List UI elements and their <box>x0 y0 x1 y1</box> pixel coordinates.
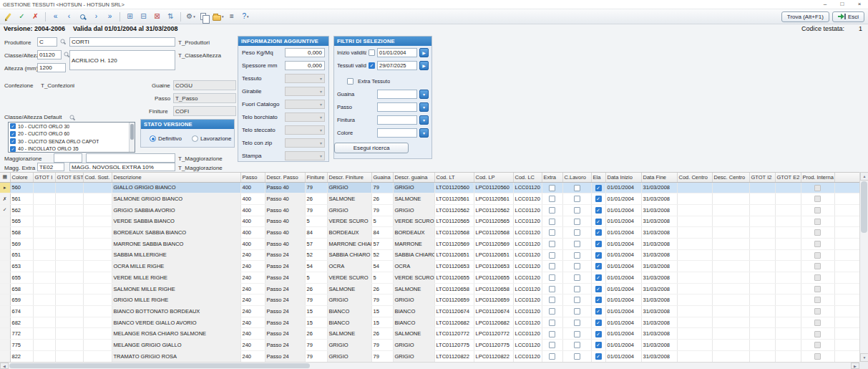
column-header[interactable]: GTOT I <box>33 173 55 182</box>
orli-list-item[interactable]: ✓20 - CUCITO ORLO 60 <box>9 130 129 138</box>
classe-default-lookup-icon[interactable] <box>69 115 74 120</box>
cell-gtot_e2[interactable] <box>775 328 801 340</box>
cell-guaina[interactable]: 5 <box>371 216 393 227</box>
cell-gtot_i2[interactable] <box>749 317 775 328</box>
cell-cod_lp[interactable]: LPC01120653 <box>474 261 513 272</box>
cell-gtot_e2[interactable] <box>775 283 801 294</box>
cell-gtot_e2[interactable] <box>775 182 801 193</box>
column-header[interactable]: Cod. LP <box>474 173 513 182</box>
cell-descrizione[interactable]: TRAMATO GRIGIO ROSA <box>112 350 240 362</box>
cell-desc_centro[interactable] <box>712 216 749 227</box>
prod_interna-checkbox[interactable] <box>814 297 821 303</box>
confirm-icon[interactable]: ✓ <box>16 11 28 23</box>
cell-extra[interactable] <box>542 328 562 340</box>
cell-passo[interactable]: 240 <box>240 306 265 317</box>
cell-c_lavoro[interactable] <box>562 216 591 227</box>
extra-checkbox[interactable] <box>549 286 555 292</box>
cell-cod_lc[interactable]: LCC01120 <box>513 227 542 239</box>
cell-descr_passo[interactable]: Passo 24 <box>265 294 305 306</box>
prod_interna-checkbox[interactable] <box>814 219 821 225</box>
cell-gtot_est[interactable] <box>55 227 83 239</box>
classe-altezza-lookup-icon[interactable] <box>64 52 69 57</box>
ela-checkbox[interactable]: ✓ <box>595 207 602 214</box>
cell-data_fine[interactable]: 31/03/2008 <box>641 216 677 227</box>
cell-descr_guaina[interactable]: OCRA <box>393 261 434 272</box>
cell-colore[interactable]: 822 <box>10 350 33 362</box>
cell-data_fine[interactable]: 31/03/2008 <box>641 261 677 272</box>
cell-descrizione[interactable]: MELANGE ROSA CHIARO SALMONE <box>112 328 240 340</box>
c_lavoro-checkbox[interactable] <box>574 353 580 360</box>
info-select[interactable]: ▾ <box>285 138 325 148</box>
cell-descrizione[interactable]: MELANGE GRIGIO GIALLO <box>112 340 240 351</box>
column-header[interactable]: Colore <box>10 173 33 182</box>
info-select[interactable]: ▾ <box>285 151 325 160</box>
cell-prod_interna[interactable] <box>801 182 834 193</box>
cell-cod_lt[interactable]: LTC01120658 <box>434 283 474 294</box>
dropdown-button[interactable]: ▾ <box>419 115 429 125</box>
cell-cod_sost[interactable] <box>83 272 112 284</box>
cell-gtot_i2[interactable] <box>749 182 775 193</box>
cell-gtot_est[interactable] <box>55 182 83 193</box>
cell-data_fine[interactable]: 31/03/2008 <box>641 340 677 351</box>
cell-descrizione[interactable]: VERDE SABBIA BIANCO <box>112 216 240 227</box>
cell-cod_sost[interactable] <box>83 306 112 317</box>
cell-cod_lt[interactable]: LTC01120653 <box>434 261 474 272</box>
cell-c_lavoro[interactable] <box>562 272 591 284</box>
cell-colore[interactable]: 651 <box>10 249 33 261</box>
column-header[interactable]: Cod. LC <box>513 173 542 182</box>
extra-checkbox[interactable] <box>549 252 555 259</box>
cell-cod_sost[interactable] <box>83 350 112 362</box>
cell-gtot_i[interactable] <box>33 193 55 205</box>
scroll-down-button[interactable]: ▼ <box>860 353 868 362</box>
cell-guaina[interactable]: 26 <box>371 193 393 205</box>
cell-gtot_i[interactable] <box>33 283 55 294</box>
cell-colore[interactable]: 568 <box>10 227 33 239</box>
cell-gtot_e2[interactable] <box>775 340 801 351</box>
cell-passo[interactable]: 240 <box>240 328 265 340</box>
cell-data_fine[interactable]: 31/03/2008 <box>641 182 677 193</box>
cell-data_inizio[interactable]: 01/01/2004 <box>605 227 641 239</box>
cell-gtot_e2[interactable] <box>775 216 801 227</box>
orli-list-item[interactable]: ✓30 - CUCITO SENZA ORLO CAPOT <box>9 138 129 145</box>
prod_interna-checkbox[interactable] <box>814 353 821 360</box>
cell-cod_lp[interactable]: LPC01120560 <box>474 182 513 193</box>
cell-descr_finiture[interactable]: BIANCO <box>327 306 371 317</box>
cell-desc_centro[interactable] <box>712 182 749 193</box>
grid-row[interactable]: 565VERDE SABBIA BIANCO400Passo 405VERDE … <box>0 216 859 227</box>
cell-c_lavoro[interactable] <box>562 261 591 272</box>
cell-colore[interactable]: 653 <box>10 261 33 272</box>
cell-cod_lt[interactable]: LTC01120655 <box>434 272 474 284</box>
cell-c_lavoro[interactable] <box>562 204 591 216</box>
extra-tessuto-checkbox[interactable] <box>347 78 353 85</box>
cell-colore[interactable]: 560 <box>10 182 33 193</box>
cell-prod_interna[interactable] <box>801 216 834 227</box>
cell-cod_lt[interactable]: LTC01120560 <box>434 182 474 193</box>
cell-passo[interactable]: 400 <box>240 216 265 227</box>
cell-data_inizio[interactable]: 01/01/2004 <box>605 340 641 351</box>
column-header[interactable]: Desc. Centro <box>712 173 749 182</box>
cell-descr_passo[interactable]: Passo 24 <box>265 261 305 272</box>
cell-descrizione[interactable]: BIANCO BOTTONATO BORDEAUX <box>112 306 240 317</box>
prod_interna-checkbox[interactable] <box>814 263 821 269</box>
cell-finiture[interactable]: 84 <box>305 227 327 239</box>
grid-row[interactable]: ▸560GIALLO GRIGIO BIANCO400Passo 4079GRI… <box>0 182 859 193</box>
cell-ela[interactable]: ✓ <box>591 182 605 193</box>
ela-checkbox[interactable]: ✓ <box>595 263 602 269</box>
cell-gtot_i[interactable] <box>33 317 55 328</box>
column-header[interactable]: Descr. Passo <box>265 173 305 182</box>
cell-data_inizio[interactable]: 01/01/2004 <box>605 204 641 216</box>
prod_interna-checkbox[interactable] <box>814 308 821 315</box>
cell-cod_lp[interactable]: LPC01120565 <box>474 216 513 227</box>
scroll-up-button[interactable]: ▲ <box>860 172 868 181</box>
cell-gtot_est[interactable] <box>55 216 83 227</box>
cell-colore[interactable]: 569 <box>10 238 33 249</box>
cell-gtot_e2[interactable] <box>775 306 801 317</box>
cell-descr_passo[interactable]: Passo 24 <box>265 272 305 284</box>
cell-cod_centro[interactable] <box>677 204 712 216</box>
settings-icon[interactable]: ⚙▾ <box>185 11 197 23</box>
cell-descr_guaina[interactable]: VERDE SCURO <box>393 216 434 227</box>
cell-guaina[interactable]: 79 <box>371 340 393 351</box>
cell-finiture[interactable]: 15 <box>305 306 327 317</box>
cell-cod_centro[interactable] <box>677 227 712 239</box>
cell-descrizione[interactable]: SABBIA MILLERIGHE <box>112 249 240 261</box>
